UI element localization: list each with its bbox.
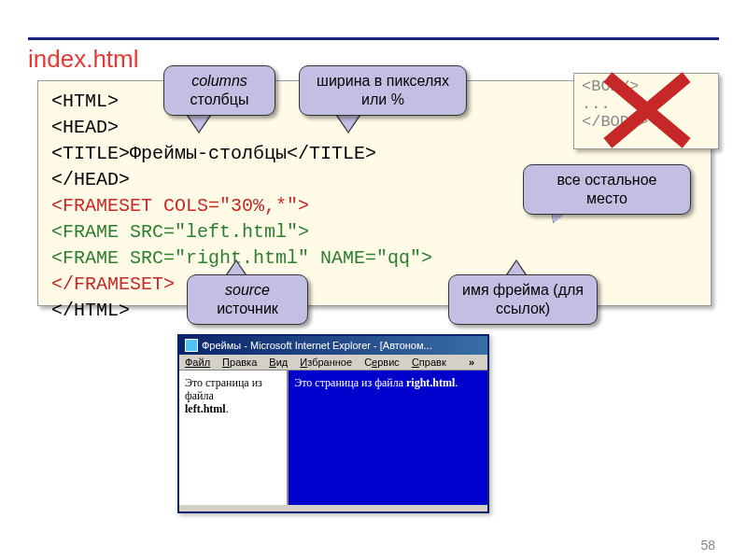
code-text: Фреймы-столбцы [130,143,287,164]
callout-tail [188,115,210,132]
callout-columns: columns столбцы [163,65,275,116]
page-title: index.html [28,45,139,74]
menu-file[interactable]: Файл [185,357,210,368]
callout-text: источник [201,300,294,318]
menu-svc[interactable]: Сервис [364,357,400,368]
callout-text: columns [177,72,261,91]
menu-help[interactable]: Справк [412,357,446,368]
browser-title: Фреймы - Microsoft Internet Explorer - [… [202,340,432,351]
code-line: </HTML> [51,300,130,321]
menu-fav[interactable]: Избранное [300,357,352,368]
code-line: <FRAME SRC="left.html"> [51,221,309,243]
callout-name: имя фрейма (для ссылок) [448,274,598,325]
code-line: <HTML> [51,91,119,112]
right-bold: right.html [406,376,455,389]
code-line: </FRAMESET> [51,273,175,295]
bad-line: </BODY> [582,113,711,131]
left-bold: left.html [185,402,226,415]
frame-right: Это страница из файла right.html. [289,371,487,505]
bad-code-box: <BODY> ... </BODY> [573,73,719,149]
code-line: </TITLE> [287,143,376,164]
chevron-icon[interactable]: » [469,357,474,368]
frame-left: Это страница из файла left.html. [179,371,289,505]
ie-icon [185,339,198,352]
browser-menubar: Файл Правка Вид Избранное Сервис Справк … [179,355,487,371]
menu-edit[interactable]: Правка [222,357,257,368]
page-number: 58 [700,538,715,553]
browser-window: Фреймы - Microsoft Internet Explorer - [… [177,334,489,513]
callout-text: имя фрейма (для ссылок) [462,281,584,318]
bad-line: ... [582,95,711,113]
code-line: <FRAMESET COLS="30%,*"> [51,195,309,217]
callout-tail [337,115,359,132]
callout-text: source [201,281,294,300]
code-line: <TITLE> [51,143,130,164]
browser-titlebar: Фреймы - Microsoft Internet Explorer - [… [179,336,487,355]
code-line: </HEAD> [51,169,130,190]
callout-width: ширина в пикселях или % [299,65,467,116]
callout-text: ширина в пикселях или % [313,72,453,109]
bad-line: <BODY> [582,77,711,95]
code-line: <HEAD> [51,117,119,138]
divider [28,37,719,40]
callout-text: все остальное место [537,171,677,208]
left-text: Это страница из файла [185,376,262,402]
callout-rest: все остальное место [523,164,691,215]
menu-view[interactable]: Вид [269,357,288,368]
right-text: Это страница из файла [294,376,403,389]
callout-text: столбцы [177,91,261,109]
browser-body: Это страница из файла left.html. Это стр… [179,371,487,505]
callout-source: source источник [187,274,308,325]
